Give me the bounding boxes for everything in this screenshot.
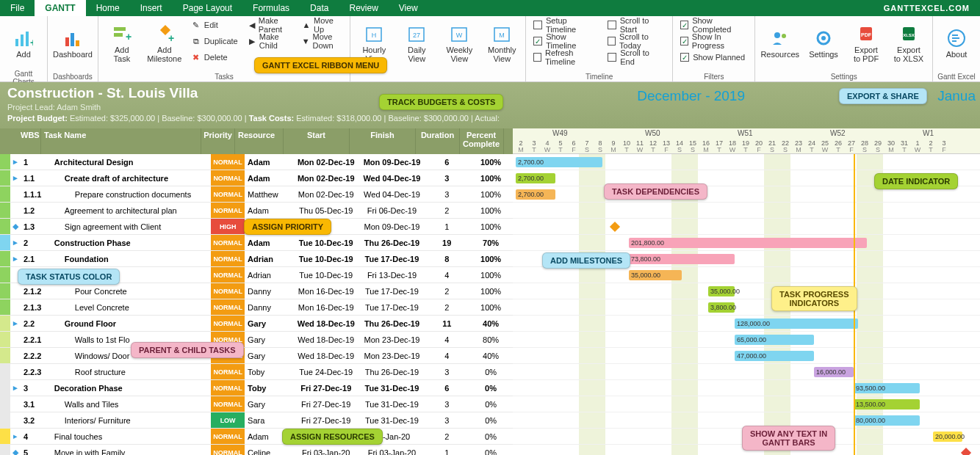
- finish-cell[interactable]: Mon 23-Dec-19: [359, 348, 425, 363]
- priority-cell[interactable]: NORMAL: [211, 380, 245, 396]
- gantt-bar[interactable]: 2,700.00: [516, 173, 555, 183]
- scroll-today-check[interactable]: Scroll to Today: [605, 34, 668, 48]
- resource-cell[interactable]: Adrian: [245, 267, 293, 283]
- duration-cell[interactable]: 1: [425, 445, 469, 455]
- gantt-bar[interactable]: 35,000.00: [629, 270, 682, 280]
- add-milestone-button[interactable]: + Add Milestone: [145, 18, 184, 69]
- task-row[interactable]: 3.2Interiors/ FurnitureLOWSaraFri 27-Dec…: [0, 412, 513, 429]
- show-planned-check[interactable]: ✓Show Planned: [677, 50, 750, 65]
- expand-icon[interactable]: [10, 283, 21, 299]
- setup-timeline-check[interactable]: Setup Timeline: [530, 18, 600, 32]
- duration-cell[interactable]: 3: [425, 412, 469, 428]
- task-row[interactable]: ▸2Construction PhaseNORMALAdamTue 10-Dec…: [0, 235, 513, 251]
- gantt-bar[interactable]: 3,800.00: [708, 302, 735, 313]
- export-xlsx-button[interactable]: XLSXExport to XLSX: [890, 18, 928, 69]
- priority-cell[interactable]: NORMAL: [211, 364, 245, 379]
- task-name-cell[interactable]: Construction Phase: [51, 235, 211, 250]
- task-name-cell[interactable]: Ground Floor: [51, 316, 211, 331]
- percent-cell[interactable]: 100%: [469, 267, 513, 283]
- duration-cell[interactable]: 3: [425, 186, 469, 202]
- task-row[interactable]: 2.2.2Windows/ DoorNORMALGaryWed 18-Dec-1…: [0, 348, 513, 364]
- task-row[interactable]: 3.1Walls and TilesNORMALGaryFri 27-Dec-1…: [0, 396, 513, 412]
- priority-cell[interactable]: NORMAL: [211, 251, 245, 266]
- task-name-cell[interactable]: Walls and Tiles: [51, 396, 211, 412]
- finish-cell[interactable]: Tue 31-Dec-19: [359, 412, 425, 428]
- priority-cell[interactable]: LOW: [211, 412, 245, 428]
- percent-cell[interactable]: 100%: [469, 219, 513, 234]
- resource-cell[interactable]: Celine: [245, 445, 293, 455]
- percent-cell[interactable]: 100%: [469, 154, 513, 170]
- expand-icon[interactable]: ▸: [10, 316, 21, 331]
- percent-cell[interactable]: 0%: [469, 364, 513, 379]
- resource-cell[interactable]: Sara: [245, 412, 293, 428]
- move-up-button[interactable]: ▲Move Up: [299, 18, 346, 32]
- gantt-bar[interactable]: 20,000.00: [933, 432, 962, 442]
- milestone-diamond[interactable]: [610, 222, 620, 232]
- percent-cell[interactable]: 80%: [469, 332, 513, 347]
- resource-cell[interactable]: Adrian: [245, 251, 293, 266]
- edit-button[interactable]: ✎Edit: [188, 18, 241, 32]
- col-resource[interactable]: Resource: [235, 128, 284, 154]
- percent-cell[interactable]: 100%: [469, 203, 513, 218]
- resource-cell[interactable]: Danny: [245, 299, 293, 315]
- expand-icon[interactable]: [10, 299, 21, 315]
- finish-cell[interactable]: Fri 06-Dec-19: [359, 203, 425, 218]
- resource-cell[interactable]: Danny: [245, 283, 293, 299]
- percent-cell[interactable]: 40%: [469, 348, 513, 363]
- finish-cell[interactable]: Mon 09-Dec-19: [359, 219, 425, 234]
- duration-cell[interactable]: 6: [425, 380, 469, 396]
- add-chart-button[interactable]: + Add: [4, 18, 43, 69]
- start-cell[interactable]: Fri 27-Dec-19: [293, 396, 359, 412]
- gantt-bar[interactable]: 13,500.00: [854, 399, 920, 410]
- priority-cell[interactable]: NORMAL: [211, 235, 245, 250]
- duplicate-button[interactable]: ⧉Duplicate: [188, 34, 241, 48]
- duration-cell[interactable]: 3: [425, 170, 469, 186]
- priority-cell[interactable]: NORMAL: [211, 445, 245, 455]
- finish-cell[interactable]: Thu 26-Dec-19: [359, 364, 425, 379]
- task-name-cell[interactable]: Sign agreement with Client: [51, 219, 211, 234]
- duration-cell[interactable]: 2: [425, 283, 469, 299]
- priority-cell[interactable]: NORMAL: [211, 283, 245, 299]
- gantt-bar[interactable]: 128,000.00: [735, 318, 858, 329]
- task-row[interactable]: 1.2Agreement to architectural planNORMAL…: [0, 203, 513, 219]
- add-task-button[interactable]: + Add Task: [103, 18, 141, 69]
- resource-cell[interactable]: Adam: [245, 170, 293, 186]
- gantt-bar[interactable]: 65,000.00: [735, 335, 814, 345]
- col-finish[interactable]: Finish: [350, 128, 416, 154]
- duration-cell[interactable]: 6: [425, 154, 469, 170]
- duration-cell[interactable]: 4: [425, 267, 469, 283]
- move-down-button[interactable]: ▼Move Down: [299, 34, 346, 48]
- task-row[interactable]: ▸1Architectural DesignNORMALAdamMon 02-D…: [0, 154, 513, 170]
- expand-icon[interactable]: ▸: [10, 235, 21, 250]
- start-cell[interactable]: Tue 24-Dec-19: [293, 364, 359, 379]
- expand-icon[interactable]: ◆: [10, 445, 21, 455]
- task-name-cell[interactable]: Prepare construction documents: [51, 186, 211, 202]
- finish-cell[interactable]: Fri 13-Dec-19: [359, 267, 425, 283]
- start-cell[interactable]: Tue 10-Dec-19: [293, 251, 359, 266]
- gantt-bar[interactable]: 47,000.00: [735, 351, 814, 361]
- resources-button[interactable]: Resources: [760, 18, 800, 69]
- menu-insert[interactable]: Insert: [130, 0, 173, 16]
- start-cell[interactable]: Fri 03-Jan-20: [293, 445, 359, 455]
- col-priority[interactable]: Priority: [201, 128, 235, 154]
- finish-cell[interactable]: Thu 26-Dec-19: [359, 316, 425, 331]
- menu-formulas[interactable]: Formulas: [242, 0, 300, 16]
- priority-cell[interactable]: NORMAL: [211, 203, 245, 218]
- gantt-bar[interactable]: 2,700.00: [516, 157, 602, 167]
- duration-cell[interactable]: 4: [425, 332, 469, 347]
- scroll-start-check[interactable]: Scroll to Start: [605, 18, 668, 32]
- priority-cell[interactable]: NORMAL: [211, 429, 245, 444]
- resource-cell[interactable]: Gary: [245, 316, 293, 331]
- resource-cell[interactable]: Matthew: [245, 186, 293, 202]
- dashboard-button[interactable]: Dashboard: [52, 18, 93, 69]
- expand-icon[interactable]: [10, 396, 21, 412]
- col-wbs[interactable]: WBS: [0, 128, 41, 154]
- task-row[interactable]: 2.1.2Pour ConcreteNORMALDannyMon 16-Dec-…: [0, 283, 513, 299]
- expand-icon[interactable]: ▸: [10, 154, 21, 170]
- task-row[interactable]: ▸1.1Create draft of architectureNORMALAd…: [0, 170, 513, 186]
- gantt-bar[interactable]: 93,500.00: [854, 383, 920, 393]
- monthly-view-button[interactable]: MMonthly View: [483, 18, 521, 69]
- show-completed-check[interactable]: ✓Show Completed: [677, 18, 750, 32]
- duration-cell[interactable]: 11: [425, 316, 469, 331]
- finish-cell[interactable]: Tue 31-Dec-19: [359, 396, 425, 412]
